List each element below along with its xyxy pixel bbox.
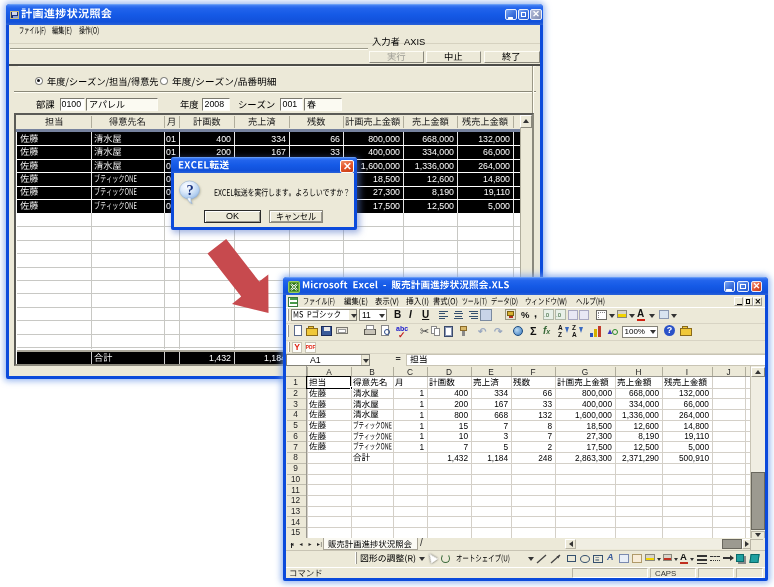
svg-text:?: ?: [186, 182, 193, 198]
